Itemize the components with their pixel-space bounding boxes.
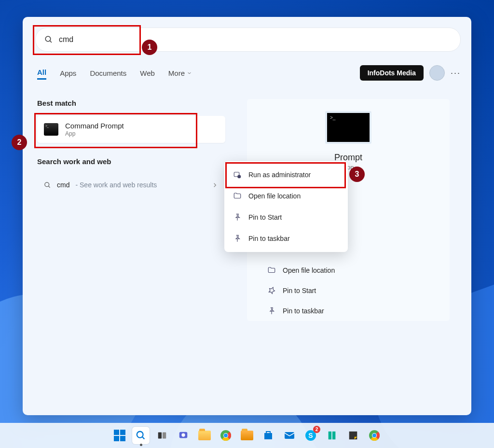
folder-icon [233, 192, 242, 200]
tab-documents[interactable]: Documents [90, 67, 126, 79]
action-label: Pin to taskbar [283, 307, 324, 315]
search-icon [44, 182, 51, 189]
pin-icon [267, 286, 276, 295]
taskbar-explorer-button[interactable] [196, 427, 213, 444]
svg-rect-25 [349, 432, 357, 440]
context-menu: Run as administrator Open file location … [224, 161, 348, 252]
action-label: Open file location [283, 266, 335, 274]
taskbar-sticky-notes-button[interactable] [344, 427, 362, 444]
svg-point-30 [372, 434, 376, 437]
result-text: Command Prompt App [65, 122, 124, 137]
pin-icon [267, 307, 276, 315]
action-label: Pin to Start [283, 287, 316, 294]
chat-icon [178, 430, 189, 441]
chevron-right-icon [211, 182, 219, 189]
annotation-marker-1: 1 [142, 40, 157, 55]
windows-logo-icon [114, 430, 125, 441]
svg-line-1 [50, 41, 52, 42]
action-pin-to-taskbar[interactable]: Pin to taskbar [266, 301, 430, 321]
svg-point-0 [45, 36, 51, 42]
annotation-marker-2: 2 [12, 135, 27, 150]
pin-icon [233, 234, 242, 243]
tab-more-label: More [168, 69, 185, 77]
app-icon [327, 430, 337, 441]
context-pin-to-start[interactable]: Pin to Start [227, 207, 345, 228]
taskbar-store-button[interactable] [260, 427, 277, 444]
work-web-suffix: - See work and web results [75, 181, 157, 189]
taskbar-skype-button[interactable]: S2 [302, 427, 319, 444]
results-left-column: Best match Command Prompt App Search wor… [37, 99, 225, 196]
chevron-down-icon [187, 70, 192, 76]
work-web-term: cmd [57, 181, 69, 189]
tab-apps[interactable]: Apps [60, 67, 76, 79]
chrome-icon [220, 430, 232, 441]
folder-icon [267, 266, 276, 275]
taskbar-search-button[interactable] [132, 427, 150, 444]
admin-icon [233, 170, 242, 179]
cmd-app-icon [44, 123, 58, 136]
svg-line-10 [142, 437, 145, 439]
store-icon [262, 430, 274, 441]
desktop: 1 2 All Apps Documents Web More InfoDots… [0, 0, 494, 448]
pin-icon [233, 213, 242, 222]
annotation-marker-3: 3 [349, 167, 365, 182]
preview-actions: Open file location Pin to Start Pin to t… [247, 260, 450, 321]
folder-icon [198, 431, 211, 440]
svg-point-2 [45, 182, 49, 186]
tab-all[interactable]: All [37, 66, 46, 80]
search-icon [136, 430, 146, 441]
context-label: Open file location [248, 192, 301, 200]
work-web-heading: Search work and web [37, 157, 225, 166]
preview-app-icon [325, 111, 371, 144]
svg-point-14 [181, 433, 185, 436]
notification-badge: 2 [313, 426, 320, 433]
filter-tabs: All Apps Documents Web More InfoDots Med… [37, 65, 461, 81]
best-match-heading: Best match [37, 99, 225, 107]
result-subtitle: App [65, 130, 124, 137]
tab-web[interactable]: Web [140, 67, 155, 79]
svg-rect-24 [332, 432, 335, 440]
svg-rect-12 [163, 433, 166, 439]
account-area: InfoDots Media ··· [360, 65, 461, 81]
taskbar-task-view-button[interactable] [153, 427, 171, 444]
work-web-section: Search work and web cmd - See work and w… [37, 157, 225, 196]
search-bar[interactable] [35, 28, 461, 52]
taskbar-app-button[interactable] [323, 427, 341, 444]
context-label: Pin to taskbar [248, 235, 290, 242]
svg-rect-23 [329, 432, 331, 440]
result-title: Command Prompt [65, 122, 124, 130]
taskbar: S2 [0, 423, 494, 448]
taskbar-mail-button[interactable] [281, 427, 298, 444]
context-label: Run as administrator [248, 171, 311, 179]
action-open-file-location[interactable]: Open file location [266, 260, 430, 280]
account-name-badge[interactable]: InfoDots Media [360, 65, 424, 81]
more-options-button[interactable]: ··· [451, 68, 461, 78]
svg-point-6 [238, 175, 241, 178]
chrome-icon [369, 430, 380, 441]
svg-rect-20 [285, 432, 294, 439]
avatar[interactable] [429, 65, 445, 81]
svg-point-9 [137, 432, 143, 438]
best-match-result[interactable]: Command Prompt App [37, 116, 225, 143]
search-icon [44, 35, 53, 44]
taskbar-chat-button[interactable] [175, 427, 192, 444]
taskbar-app-button[interactable] [238, 427, 256, 444]
svg-text:S: S [308, 432, 313, 439]
taskbar-chrome-button[interactable] [217, 427, 234, 444]
tab-more[interactable]: More [168, 67, 192, 79]
note-icon [348, 430, 358, 441]
context-open-file-location[interactable]: Open file location [227, 185, 345, 207]
context-label: Pin to Start [248, 213, 282, 221]
taskbar-chrome-button-2[interactable] [366, 427, 383, 444]
svg-rect-11 [158, 433, 162, 439]
svg-line-3 [48, 186, 50, 187]
context-pin-to-taskbar[interactable]: Pin to taskbar [227, 228, 345, 249]
search-input[interactable] [58, 35, 147, 44]
work-web-result[interactable]: cmd - See work and web results [37, 174, 225, 196]
taskbar-start-button[interactable] [111, 427, 128, 444]
task-view-icon [157, 430, 167, 441]
action-pin-to-start[interactable]: Pin to Start [266, 280, 430, 301]
mail-icon [284, 430, 295, 441]
folder-icon [241, 431, 253, 440]
context-run-as-administrator[interactable]: Run as administrator [227, 164, 345, 185]
